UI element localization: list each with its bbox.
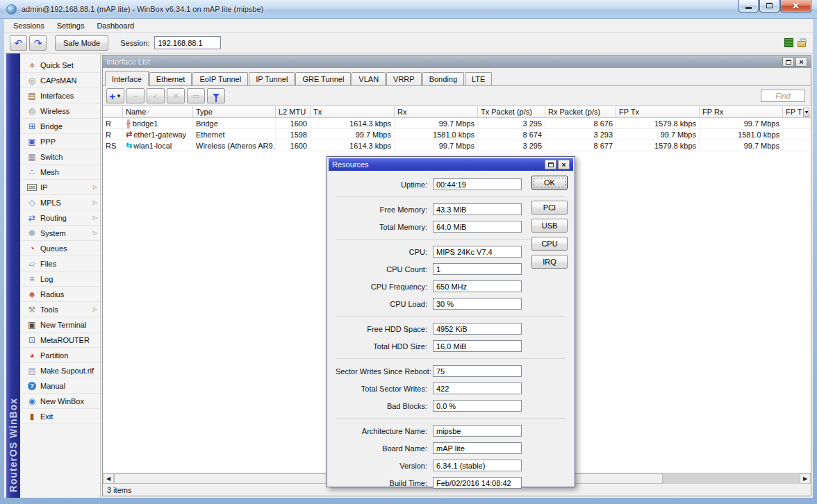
interface-list-titlebar[interactable]: Interface List ×	[103, 56, 811, 68]
field-input-cpu-load[interactable]	[433, 298, 522, 310]
tab-bonding[interactable]: Bonding	[422, 72, 464, 85]
sidebar-item-make-supout-rif[interactable]: ▤Make Supout.rif	[22, 363, 100, 378]
disable-button[interactable]: ✕	[167, 88, 185, 103]
winbox-logo-icon	[6, 4, 17, 15]
remove-button[interactable]: −	[126, 88, 145, 103]
sidebar-item-system[interactable]: ☸System▷	[22, 226, 100, 241]
field-input-uptime[interactable]	[433, 178, 522, 190]
sidebar-item-partition[interactable]: ◕Partition	[22, 348, 100, 363]
table-row[interactable]: R╫bridge1Bridge16001614.3 kbps99.7 Mbps3…	[103, 118, 811, 129]
column-header-name[interactable]: Name∕	[123, 106, 193, 117]
column-header-fp-rx[interactable]: FP Rx	[700, 106, 783, 117]
minimize-button[interactable]	[738, 0, 759, 12]
sidebar-item-files[interactable]: ▱Files	[22, 256, 100, 271]
field-input-build-time[interactable]	[433, 477, 522, 489]
sidebar-item-bridge[interactable]: ⊞Bridge	[22, 119, 100, 134]
safe-mode-button[interactable]: Safe Mode	[55, 35, 108, 51]
close-button[interactable]: ✕	[780, 0, 811, 12]
tab-vrrp[interactable]: VRRP	[386, 72, 422, 85]
sidebar-item-metarouter[interactable]: ⊡MetaROUTER	[22, 333, 100, 348]
field-input-cpu-count[interactable]	[433, 263, 522, 275]
sidebar-item-routing[interactable]: ⇄Routing▷	[22, 210, 100, 226]
field-input-cpu[interactable]	[433, 246, 522, 258]
resources-close-button[interactable]: ×	[558, 160, 570, 169]
table-row[interactable]: R⇄ether1-gatewayEthernet159899.7 Mbps158…	[103, 129, 811, 140]
scroll-right-button[interactable]: ▶	[800, 473, 811, 484]
window-titlebar[interactable]: admin@192.168.88.1 (mAP lite) - WinBox v…	[0, 0, 817, 19]
column-label: FP T	[786, 108, 802, 116]
pci-button[interactable]: PCI	[531, 201, 568, 215]
column-header-fp-t[interactable]: FP T▼	[783, 106, 811, 117]
tab-lte[interactable]: LTE	[465, 72, 492, 85]
sidebar-item-exit[interactable]: ▮Exit	[22, 409, 100, 424]
sidebar-item-quick-set[interactable]: ∗Quick Set	[22, 58, 100, 73]
sidebar-item-ppp[interactable]: ▣PPP	[22, 134, 100, 149]
scroll-left-button[interactable]: ◀	[103, 473, 114, 484]
menu-item-settings[interactable]: Settings	[51, 20, 91, 31]
window-title: admin@192.168.88.1 (mAP lite) - WinBox v…	[22, 5, 263, 13]
sidebar-item-new-winbox[interactable]: ◉New WinBox	[22, 394, 100, 409]
field-input-free-memory[interactable]	[433, 203, 522, 215]
column-header-tx[interactable]: Tx	[311, 106, 395, 117]
column-select-button[interactable]: ▼	[803, 108, 809, 117]
column-header-l2-mtu[interactable]: L2 MTU	[276, 106, 311, 117]
enable-button[interactable]: ✓	[147, 88, 165, 103]
column-header-fp-tx[interactable]: FP Tx	[616, 106, 700, 117]
maximize-button[interactable]	[759, 0, 779, 12]
add-button[interactable]: +▼	[106, 88, 124, 103]
find-input[interactable]	[761, 90, 805, 102]
field-input-free-hdd-space[interactable]	[433, 323, 522, 335]
sidebar-item-ip[interactable]: 255IP▷	[22, 180, 100, 195]
cpu-button[interactable]: CPU	[531, 237, 568, 251]
field-input-total-hdd-size[interactable]	[433, 340, 522, 352]
field-input-bad-blocks[interactable]	[433, 400, 522, 412]
sidebar-item-queues[interactable]: ◔Queues	[22, 241, 100, 256]
sidebar-item-interfaces[interactable]: ▤Interfaces	[22, 88, 100, 103]
field-input-total-sector-writes[interactable]	[433, 383, 522, 394]
sidebar-item-wireless[interactable]: ◎Wireless	[22, 103, 100, 119]
field-input-total-memory[interactable]	[433, 221, 522, 233]
sidebar-item-manual[interactable]: ?Manual	[22, 378, 100, 394]
interface-list-close-button[interactable]: ×	[795, 57, 807, 67]
field-input-board-name[interactable]	[433, 442, 522, 454]
usb-button[interactable]: USB	[531, 219, 568, 233]
filter-button[interactable]	[207, 88, 225, 103]
field-input-architecture-name[interactable]	[433, 425, 522, 437]
resources-dialog-titlebar[interactable]: Resources ×	[329, 158, 573, 171]
sidebar-item-capsman[interactable]: ◎CAPsMAN	[22, 73, 100, 88]
column-header-rx[interactable]: Rx	[395, 106, 478, 117]
ok-button[interactable]: OK	[531, 176, 568, 190]
tab-ip-tunnel[interactable]: IP Tunnel	[249, 72, 295, 85]
tab-eoip-tunnel[interactable]: EoIP Tunnel	[192, 72, 248, 85]
sidebar-item-log[interactable]: ≡Log	[22, 271, 100, 287]
column-header-type[interactable]: Type	[193, 106, 276, 117]
sidebar-item-radius[interactable]: ☻Radius	[22, 287, 100, 302]
tab-vlan[interactable]: VLAN	[352, 72, 386, 85]
table-row[interactable]: RS⇆wlan1-localWireless (Atheros AR9...16…	[103, 140, 811, 151]
sidebar-item-new-terminal[interactable]: ▣New Terminal	[22, 317, 100, 333]
redo-button[interactable]: ↷	[29, 35, 47, 51]
interface-list-restore-button[interactable]	[782, 57, 794, 67]
undo-button[interactable]: ↶	[10, 35, 27, 51]
sidebar-item-mesh[interactable]: ∴Mesh	[22, 165, 100, 180]
session-input[interactable]	[154, 36, 221, 49]
cell-name: ╫bridge1	[123, 118, 193, 128]
resources-maximize-button[interactable]	[545, 160, 556, 169]
irq-button[interactable]: IRQ	[531, 255, 568, 269]
menu-item-dashboard[interactable]: Dashboard	[90, 20, 140, 31]
sidebar-item-mpls[interactable]: ◇MPLS▷	[22, 195, 100, 210]
menu-item-sessions[interactable]: Sessions	[7, 20, 51, 31]
column-header-rx-packet-p-s[interactable]: Rx Packet (p/s)	[545, 106, 616, 117]
field-input-cpu-frequency[interactable]	[433, 280, 522, 292]
field-input-version[interactable]	[433, 460, 522, 471]
comment-button[interactable]: ▭	[187, 88, 205, 103]
tab-interface[interactable]: Interface	[105, 71, 149, 86]
tab-gre-tunnel[interactable]: GRE Tunnel	[295, 72, 351, 85]
column-header-tx-packet-p-s[interactable]: Tx Packet (p/s)	[478, 106, 545, 117]
sidebar-item-tools[interactable]: ⚒Tools▷	[22, 302, 100, 317]
sidebar-item-switch[interactable]: ▦Switch	[22, 149, 100, 165]
field-input-sector-writes-since-reboot[interactable]	[433, 365, 522, 377]
tab-ethernet[interactable]: Ethernet	[149, 72, 192, 85]
scrollbar-track[interactable]	[663, 473, 800, 484]
column-header-flags[interactable]	[103, 106, 123, 117]
